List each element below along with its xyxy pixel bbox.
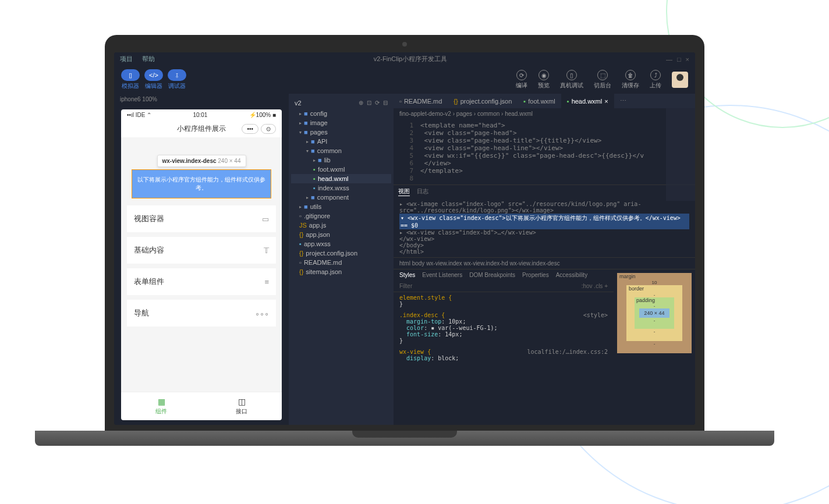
list-item[interactable]: 导航∘∘∘ [127, 300, 276, 326]
file-foot-wxml[interactable]: ▪foot.wxml [291, 165, 391, 174]
signal-indicator: ••ıl IDE ⌃ [127, 112, 151, 118]
debugger-toggle[interactable]: ⫱ 调试器 [168, 69, 186, 90]
css-rule[interactable]: wx-view {localfile:/…index.css:2 display… [394, 346, 614, 364]
cache-label: 清缓存 [622, 81, 639, 90]
menu-help[interactable]: 帮助 [142, 55, 155, 63]
laptop-frame: 项目 帮助 v2-FinClip小程序开发工具 — □ × ▯ 模拟器 </> … [105, 35, 704, 454]
file-gitignore[interactable]: ▫.gitignore [291, 211, 391, 221]
tab-foot[interactable]: ▪foot.wxml [518, 94, 561, 108]
phone-frame: ••ıl IDE ⌃ 10:01 ⚡100% ■ 小程序组件展示 ••• ⊙ w… [121, 109, 282, 420]
style-tools[interactable]: :hov .cls + [582, 283, 608, 289]
tab-api[interactable]: ◫接口 [201, 392, 282, 420]
folder-api[interactable]: ▸■API [291, 137, 391, 146]
breadcrumb[interactable]: fino-applet-demo-v2 › pages › common › h… [394, 108, 695, 119]
tab-accessibility[interactable]: Accessibility [556, 272, 587, 278]
new-file-icon[interactable]: ⊕ [359, 100, 363, 107]
folder-config[interactable]: ▸■config [291, 109, 391, 118]
devtab-view[interactable]: 视图 [398, 187, 410, 196]
preview-button[interactable]: ◉预览 [538, 70, 550, 90]
json-icon: {} [299, 250, 303, 257]
capsule-menu-icon[interactable]: ••• [242, 124, 258, 134]
file-projectconfig[interactable]: {}project.config.json [291, 249, 391, 258]
phone-status-bar: ••ıl IDE ⌃ 10:01 ⚡100% ■ [121, 109, 282, 120]
filter-input[interactable]: Filter [399, 283, 412, 289]
simulator-panel: iphone6 100% ••ıl IDE ⌃ 10:01 ⚡100% ■ 小程… [114, 94, 289, 425]
file-appjs[interactable]: JSapp.js [291, 221, 391, 230]
editor-panel: ▫README.md {}project.config.json ▪foot.w… [394, 94, 695, 425]
upload-button[interactable]: ⤴上传 [650, 70, 661, 90]
tab-label: 组件 [155, 408, 167, 414]
tab-breakpoints[interactable]: DOM Breakpoints [469, 272, 515, 278]
folder-icon: ■ [304, 203, 308, 210]
file-appjson[interactable]: {}app.json [291, 230, 391, 239]
close-icon[interactable]: × [686, 56, 689, 63]
realdevice-button[interactable]: ▯真机调试 [560, 70, 583, 90]
editor-toggle[interactable]: </> 编辑器 [144, 69, 163, 90]
device-info[interactable]: iphone6 100% [114, 94, 289, 105]
box-model[interactable]: 10 - - 240 × 44 - - - [614, 269, 695, 339]
folder-pages[interactable]: ▾■pages [291, 127, 391, 137]
tab-properties[interactable]: Properties [522, 272, 549, 278]
folder-lib[interactable]: ▸■lib [291, 155, 391, 165]
wxss-icon: ▪ [299, 240, 302, 247]
file-sitemap[interactable]: {}sitemap.json [291, 267, 391, 276]
eye-icon: ◉ [539, 70, 549, 80]
tab-readme[interactable]: ▫README.md [394, 94, 448, 108]
tab-projectconfig[interactable]: {}project.config.json [448, 94, 518, 108]
project-root[interactable]: v2 [295, 100, 302, 107]
new-folder-icon[interactable]: ⊡ [367, 100, 371, 107]
more-icon: ∘∘∘ [255, 309, 269, 318]
css-rule[interactable]: element.style { } [394, 292, 614, 310]
file-appwxss[interactable]: ▪app.wxss [291, 239, 391, 249]
app-tabbar: ▦组件 ◫接口 [121, 392, 282, 420]
md-icon: ▫ [399, 98, 402, 105]
folder-common[interactable]: ▾■common [291, 146, 391, 155]
menu-project[interactable]: 项目 [120, 55, 133, 63]
folder-utils[interactable]: ▸■utils [291, 202, 391, 211]
tab-component[interactable]: ▦组件 [121, 392, 201, 420]
dom-node-selected[interactable]: ▾ <wx-view class="index-desc">以下将展示小程序官方… [399, 214, 689, 229]
upload-label: 上传 [650, 81, 661, 90]
refresh-icon[interactable]: ⟳ [375, 100, 380, 107]
cache-button[interactable]: 🗑清缓存 [622, 70, 639, 90]
list-item[interactable]: 基础内容𝕋 [127, 237, 276, 264]
collapse-icon[interactable]: ⊟ [383, 100, 388, 107]
folder-component[interactable]: ▸■component [291, 193, 391, 202]
devtab-log[interactable]: 日志 [417, 187, 428, 196]
user-avatar[interactable] [672, 72, 688, 88]
wxml-icon: ▪ [313, 175, 316, 182]
tab-listeners[interactable]: Event Listeners [422, 272, 462, 278]
laptop-base [35, 431, 774, 446]
tab-styles[interactable]: Styles [399, 272, 415, 278]
dom-node[interactable]: ▸ <wx-view class="index-bd">…</wx-view> [399, 229, 689, 236]
dom-tree[interactable]: ▸ <wx-image class="index-logo" src="../r… [394, 198, 695, 257]
tab-head[interactable]: ▪head.wxml× [561, 94, 614, 108]
minimap[interactable] [666, 108, 695, 201]
maximize-icon[interactable]: □ [677, 56, 681, 63]
list-item[interactable]: 视图容器▭ [127, 205, 276, 232]
item-label: 基础内容 [134, 245, 164, 255]
trash-icon: 🗑 [625, 70, 636, 80]
folder-icon: ■ [318, 157, 322, 164]
highlighted-element[interactable]: 以下将展示小程序官方组件能力，组件样式仅供参考。 [132, 169, 271, 198]
minimize-icon[interactable]: — [666, 56, 672, 63]
background-button[interactable]: ⬚切后台 [594, 70, 611, 90]
dom-breadcrumb[interactable]: html body wx-view.index wx-view.index-hd… [394, 257, 695, 269]
capsule-close-icon[interactable]: ⊙ [261, 124, 276, 134]
css-rule[interactable]: .index-desc {<style> margin-top: 10px; c… [394, 310, 614, 346]
folder-image[interactable]: ▸■image [291, 118, 391, 127]
dom-node[interactable]: ▸ <wx-image class="index-logo" src="../r… [399, 201, 689, 214]
file-explorer: v2 ⊕ ⊡ ⟳ ⊟ ▸■config ▸■image ▾■pages ▸■AP… [289, 94, 394, 425]
list-item[interactable]: 表单组件≡ [127, 268, 276, 295]
file-readme[interactable]: ▫README.md [291, 258, 391, 267]
debug-icon: ⫱ [176, 72, 178, 79]
tab-overflow[interactable]: ⋯ [614, 94, 632, 108]
container-icon: ▭ [262, 215, 269, 223]
file-head-wxml[interactable]: ▪head.wxml [291, 174, 391, 183]
text-icon: 𝕋 [264, 246, 269, 255]
close-tab-icon[interactable]: × [604, 98, 608, 105]
file-index-wxss[interactable]: ▪index.wxss [291, 183, 391, 193]
compile-button[interactable]: ⟳编译 [516, 70, 527, 90]
simulator-toggle[interactable]: ▯ 模拟器 [121, 69, 140, 90]
code-editor[interactable]: 1<template name="head"> 2 <view class="p… [394, 119, 695, 184]
